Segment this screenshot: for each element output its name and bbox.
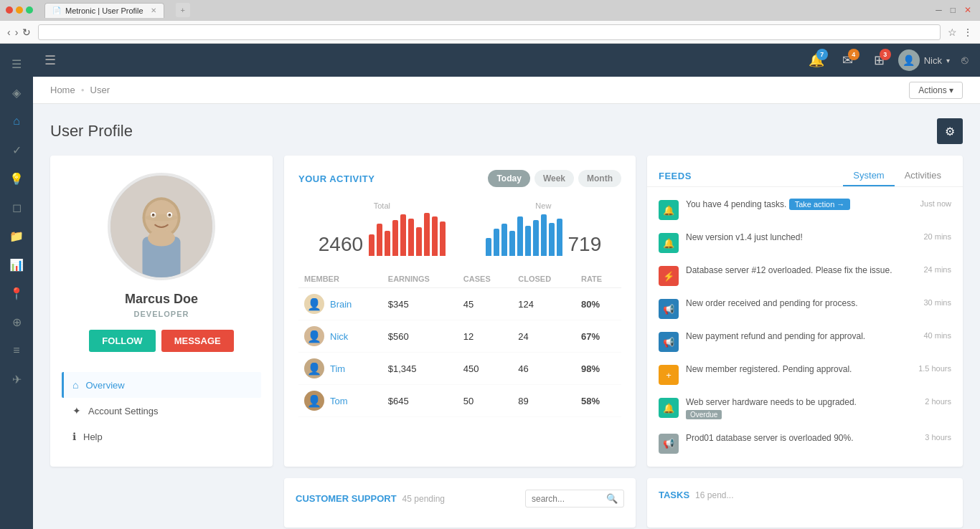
table-row: 👤 Nick $560 12 24 67% bbox=[298, 320, 621, 353]
new-bar-2 bbox=[501, 224, 507, 256]
feed-content-2: Database server #12 overloaded. Please f… bbox=[686, 264, 916, 277]
user-avatar-small: 👤 bbox=[898, 49, 920, 71]
bar-8 bbox=[432, 216, 438, 256]
feed-item: 📢 Prod01 database server is overloaded 9… bbox=[647, 426, 963, 459]
member-link[interactable]: Tom bbox=[330, 396, 348, 406]
sidebar-icon-plus[interactable]: ⊕ bbox=[0, 308, 33, 336]
follow-button[interactable]: FOLLOW bbox=[89, 330, 155, 352]
total-bar-chart bbox=[369, 213, 446, 256]
new-bar-9 bbox=[557, 219, 562, 256]
tasks-icon[interactable]: ⊞ 3 bbox=[867, 47, 892, 73]
browser-tab[interactable]: 📄 Metronic | User Profile ✕ bbox=[44, 3, 164, 18]
close-btn[interactable] bbox=[6, 6, 13, 14]
sidebar-icon-home[interactable]: ⌂ bbox=[0, 107, 33, 135]
sidebar-icon-box[interactable]: ◻ bbox=[0, 193, 33, 221]
svg-point-9 bbox=[148, 230, 175, 247]
sidebar-icon-send[interactable]: ✈ bbox=[0, 365, 33, 394]
sidebar-icon-diamond[interactable]: ◈ bbox=[0, 78, 33, 107]
notifications-bell[interactable]: 🔔 7 bbox=[804, 47, 829, 73]
filter-week[interactable]: Week bbox=[534, 170, 574, 187]
feed-time-2: 24 mins bbox=[923, 264, 951, 274]
new-tab-btn[interactable]: + bbox=[176, 3, 190, 17]
sidebar-icon-location[interactable]: 📍 bbox=[0, 279, 33, 308]
hamburger-icon[interactable]: ☰ bbox=[44, 52, 56, 68]
settings-icon: ✦ bbox=[72, 405, 81, 416]
bar-5 bbox=[408, 219, 414, 256]
message-button[interactable]: MESSAGE bbox=[161, 330, 234, 352]
take-action-button[interactable]: Take action → bbox=[789, 199, 851, 210]
tab-system[interactable]: System bbox=[843, 166, 894, 186]
bar-1 bbox=[377, 224, 382, 256]
new-bar-3 bbox=[509, 231, 515, 256]
member-link[interactable]: Tim bbox=[330, 363, 345, 374]
col-member: MEMBER bbox=[298, 270, 382, 288]
total-value: 2460 bbox=[319, 233, 363, 256]
sidebar-icon-folder[interactable]: 📁 bbox=[0, 221, 33, 250]
cases-cell: 50 bbox=[458, 385, 512, 417]
min-btn[interactable] bbox=[16, 6, 23, 14]
messages-icon[interactable]: ✉ 4 bbox=[835, 47, 861, 73]
feed-content-4: New payment refund and pending for appro… bbox=[686, 330, 916, 343]
sidebar-icon-bulb[interactable]: 💡 bbox=[0, 164, 33, 193]
col-closed: CLOSED bbox=[512, 270, 575, 288]
overview-icon: ⌂ bbox=[72, 379, 78, 391]
cs-search-input[interactable] bbox=[532, 494, 603, 504]
profile-card: Marcus Doe DEVELOPER FOLLOW MESSAGE ⌂ Ov… bbox=[50, 156, 273, 467]
close-window-icon[interactable]: ✕ bbox=[961, 5, 974, 15]
bookmark-icon[interactable]: ☆ bbox=[948, 27, 957, 38]
stat-total: Total 2460 bbox=[319, 201, 446, 256]
feed-text-3: New order received and pending for proce… bbox=[686, 298, 857, 308]
tab-close-icon[interactable]: ✕ bbox=[151, 6, 156, 14]
minimize-icon[interactable]: ─ bbox=[933, 5, 945, 15]
page-content: User Profile ⚙ bbox=[33, 104, 980, 529]
forward-btn[interactable]: › bbox=[15, 27, 19, 38]
nav-item-overview[interactable]: ⌂ Overview bbox=[62, 372, 261, 398]
nav-item-help[interactable]: ℹ Help bbox=[62, 424, 261, 449]
feeds-list: 🔔 You have 4 pending tasks. Take action … bbox=[647, 187, 963, 465]
window-action-icons: ─ □ ✕ bbox=[933, 5, 974, 15]
closed-cell: 24 bbox=[512, 320, 575, 353]
feed-icon-1: 🔔 bbox=[659, 233, 679, 253]
back-btn[interactable]: ‹ bbox=[7, 27, 11, 38]
member-link[interactable]: Brain bbox=[330, 299, 352, 310]
filter-month[interactable]: Month bbox=[578, 170, 621, 187]
logout-icon[interactable]: ⎋ bbox=[961, 54, 969, 67]
menu-icon[interactable]: ⋮ bbox=[963, 27, 973, 38]
member-link[interactable]: Nick bbox=[330, 331, 348, 342]
feed-content-5: New member registered. Pending approval. bbox=[686, 363, 911, 376]
breadcrumb-home[interactable]: Home bbox=[50, 85, 75, 95]
profile-name: Marcus Doe bbox=[125, 292, 198, 307]
sidebar-icon-layers[interactable]: ≡ bbox=[0, 336, 33, 365]
tab-activities[interactable]: Activities bbox=[895, 166, 951, 186]
refresh-btn[interactable]: ↻ bbox=[22, 27, 31, 38]
filter-today[interactable]: Today bbox=[488, 170, 529, 187]
actions-button[interactable]: Actions ▾ bbox=[909, 82, 963, 99]
settings-gear-button[interactable]: ⚙ bbox=[937, 118, 963, 144]
feed-text-2: Database server #12 overloaded. Please f… bbox=[686, 265, 892, 275]
maximize-icon[interactable]: □ bbox=[948, 5, 958, 15]
tasks-title: TASKS bbox=[659, 490, 689, 500]
feed-time-1: 20 mins bbox=[923, 232, 951, 241]
app-wrapper: ☰ ◈ ⌂ ✓ 💡 ◻ 📁 📊 📍 ⊕ ≡ ✈ ☰ 🔔 7 ✉ 4 bbox=[0, 44, 980, 529]
max-btn[interactable] bbox=[26, 6, 33, 14]
feed-time-4: 40 mins bbox=[923, 330, 951, 340]
sidebar: ☰ ◈ ⌂ ✓ 💡 ◻ 📁 📊 📍 ⊕ ≡ ✈ bbox=[0, 44, 33, 529]
address-input[interactable] bbox=[38, 24, 941, 40]
new-bar-5 bbox=[525, 226, 531, 256]
table-row: 👤 Brain $345 45 124 80% bbox=[298, 288, 621, 320]
earnings-cell: $345 bbox=[382, 288, 458, 320]
sidebar-icon-check[interactable]: ✓ bbox=[0, 135, 33, 164]
tab-title: Metronic | User Profile bbox=[65, 6, 143, 15]
feed-item: ⚡ Database server #12 overloaded. Please… bbox=[647, 259, 963, 292]
bar-2 bbox=[385, 231, 390, 256]
feed-icon-2: ⚡ bbox=[659, 266, 679, 286]
top-nav-left: ☰ bbox=[44, 52, 56, 68]
feed-icon-3: 📢 bbox=[659, 299, 679, 319]
nav-item-account-settings[interactable]: ✦ Account Settings bbox=[62, 398, 261, 424]
feed-item: 🔔 You have 4 pending tasks. Take action … bbox=[647, 193, 963, 226]
user-dropdown[interactable]: 👤 Nick ▾ bbox=[898, 49, 950, 71]
tasks-card: TASKS 16 pend... bbox=[647, 478, 963, 528]
cs-header: CUSTOMER SUPPORT 45 pending 🔍 bbox=[296, 490, 624, 507]
sidebar-icon-menu[interactable]: ☰ bbox=[0, 49, 33, 78]
sidebar-icon-chart[interactable]: 📊 bbox=[0, 250, 33, 279]
